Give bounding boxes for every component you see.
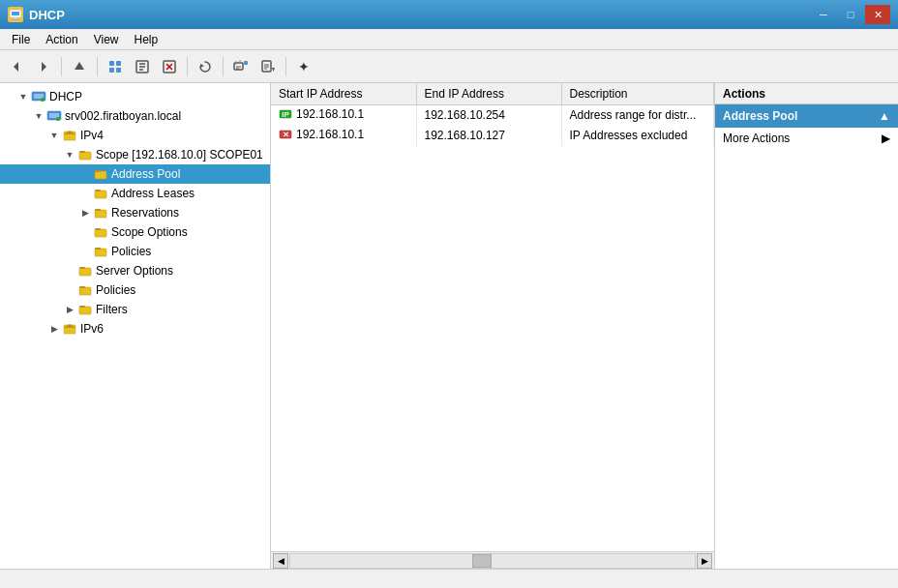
close-button[interactable]: ✕ xyxy=(865,5,890,24)
tree-item-server-options[interactable]: ▶ Server Options xyxy=(0,261,270,280)
server-label: srv002.firatboyan.local xyxy=(65,109,181,123)
refresh-button[interactable] xyxy=(193,54,218,79)
actions-arrow-icon: ▶ xyxy=(882,132,890,145)
svg-rect-51 xyxy=(79,267,85,269)
tree-item-dhcp[interactable]: ▼ DHCP xyxy=(0,87,270,106)
extra-button[interactable]: ✦ xyxy=(291,54,316,79)
svg-rect-55 xyxy=(79,306,85,308)
svg-point-32 xyxy=(41,98,45,102)
svg-rect-40 xyxy=(95,171,106,179)
cell-end-ip: 192.168.10.254 xyxy=(416,104,561,126)
maximize-button[interactable]: □ xyxy=(838,5,863,24)
up-button[interactable] xyxy=(67,54,92,79)
address-leases-label: Address Leases xyxy=(111,187,195,200)
ipv6-expander[interactable]: ▶ xyxy=(46,321,62,337)
svg-text:IP: IP xyxy=(282,110,289,119)
properties-button[interactable] xyxy=(130,54,155,79)
svg-rect-50 xyxy=(79,268,91,276)
scroll-left-button[interactable]: ◀ xyxy=(273,553,288,569)
scroll-right-button[interactable]: ▶ xyxy=(697,553,712,569)
svg-rect-8 xyxy=(116,61,121,66)
status-bar xyxy=(0,569,898,588)
toolbar-sep-2 xyxy=(97,57,98,76)
svg-rect-39 xyxy=(79,151,85,153)
tree-item-ipv4[interactable]: ▼ IPv4 xyxy=(0,126,270,145)
svg-rect-45 xyxy=(95,209,101,211)
tree-item-server-policies[interactable]: ▶ Policies xyxy=(0,280,270,300)
scope-icon xyxy=(77,147,93,162)
info-button[interactable] xyxy=(228,54,254,79)
forward-button[interactable] xyxy=(31,54,56,79)
server-policies-label: Policies xyxy=(96,283,135,297)
menu-action[interactable]: Action xyxy=(38,31,85,48)
reservations-icon xyxy=(93,205,108,220)
cell-description: Address range for distr... xyxy=(561,104,714,126)
scroll-track[interactable] xyxy=(289,553,696,569)
scroll-thumb[interactable] xyxy=(472,554,492,568)
ipv6-label: IPv6 xyxy=(80,322,104,336)
svg-marker-4 xyxy=(14,62,18,72)
policies-label: Policies xyxy=(111,245,151,258)
svg-rect-46 xyxy=(95,229,106,237)
col-description[interactable]: Description xyxy=(561,83,714,104)
server-options-icon xyxy=(77,263,93,279)
show-hide-button[interactable] xyxy=(103,54,128,79)
tree-item-policies[interactable]: ▶ Policies xyxy=(0,242,270,261)
tree-item-scope[interactable]: ▼ Scope [192.168.10.0] SCOPE01 xyxy=(0,145,270,164)
right-panel: Start IP Address End IP Address Descript… xyxy=(271,83,898,569)
cell-description: IP Addresses excluded xyxy=(561,126,714,146)
actions-primary-chevron: ▲ xyxy=(879,109,890,123)
toolbar-sep-3 xyxy=(187,57,188,76)
svg-rect-1 xyxy=(12,12,19,15)
svg-rect-9 xyxy=(109,68,114,73)
toolbar-sep-4 xyxy=(223,57,224,76)
scope-options-label: Scope Options xyxy=(111,225,188,239)
data-table: Start IP Address End IP Address Descript… xyxy=(271,83,714,146)
actions-primary-item[interactable]: Address Pool ▲ xyxy=(715,104,898,128)
col-start-ip[interactable]: Start IP Address xyxy=(271,83,416,104)
actions-panel: Actions Address Pool ▲ More Actions ▶ xyxy=(714,83,898,569)
svg-rect-3 xyxy=(12,19,19,20)
tree-item-address-leases[interactable]: ▶ Address Leases xyxy=(0,184,270,203)
svg-point-35 xyxy=(56,117,60,121)
server-icon xyxy=(46,108,62,124)
svg-rect-47 xyxy=(95,228,101,230)
remove-button[interactable] xyxy=(157,54,182,79)
tree-item-address-pool[interactable]: ▶ Address Pool xyxy=(0,164,270,184)
dhcp-icon xyxy=(31,89,46,104)
horizontal-scrollbar[interactable]: ◀ ▶ xyxy=(271,551,714,569)
menu-help[interactable]: Help xyxy=(127,31,166,48)
actions-more-actions[interactable]: More Actions ▶ xyxy=(715,128,898,149)
col-end-ip[interactable]: End IP Address xyxy=(416,83,561,104)
filters-expander[interactable]: ▶ xyxy=(62,302,77,317)
svg-rect-2 xyxy=(13,17,18,19)
table-row[interactable]: IP 192.168.10.1 192.168.10.254 Address r… xyxy=(271,104,714,126)
export-button[interactable] xyxy=(255,54,281,79)
tree-item-server[interactable]: ▼ srv002.firatboyan.local xyxy=(0,106,270,126)
tree-item-ipv6[interactable]: ▶ IPv6 xyxy=(0,319,270,338)
dhcp-label: DHCP xyxy=(49,90,82,103)
minimize-button[interactable]: ─ xyxy=(811,5,836,24)
dhcp-expander[interactable]: ▼ xyxy=(15,89,31,104)
menu-file[interactable]: File xyxy=(4,31,38,48)
server-expander[interactable]: ▼ xyxy=(31,108,46,124)
toolbar: ✦ xyxy=(0,50,898,83)
scope-expander[interactable]: ▼ xyxy=(62,147,77,162)
tree-item-reservations[interactable]: ▶ Reservations xyxy=(0,203,270,222)
cell-start-ip: IP 192.168.10.1 xyxy=(271,104,416,126)
svg-rect-38 xyxy=(79,152,91,160)
svg-rect-43 xyxy=(95,190,101,191)
tree-item-filters[interactable]: ▶ Filters xyxy=(0,300,270,319)
content-actions-row: Start IP Address End IP Address Descript… xyxy=(271,83,898,569)
title-bar-left: DHCP xyxy=(8,7,65,22)
menu-view[interactable]: View xyxy=(86,31,127,48)
tree-item-scope-options[interactable]: ▶ Scope Options xyxy=(0,222,270,242)
toolbar-sep-5 xyxy=(285,57,286,76)
actions-primary-label: Address Pool xyxy=(723,109,797,123)
ipv4-expander[interactable]: ▼ xyxy=(46,128,62,143)
svg-marker-5 xyxy=(42,62,46,72)
back-button[interactable] xyxy=(4,54,29,79)
svg-rect-41 xyxy=(95,170,101,172)
table-row[interactable]: ✕ 192.168.10.1 192.168.10.127 IP Address… xyxy=(271,126,714,146)
reservations-expander[interactable]: ▶ xyxy=(77,205,93,220)
